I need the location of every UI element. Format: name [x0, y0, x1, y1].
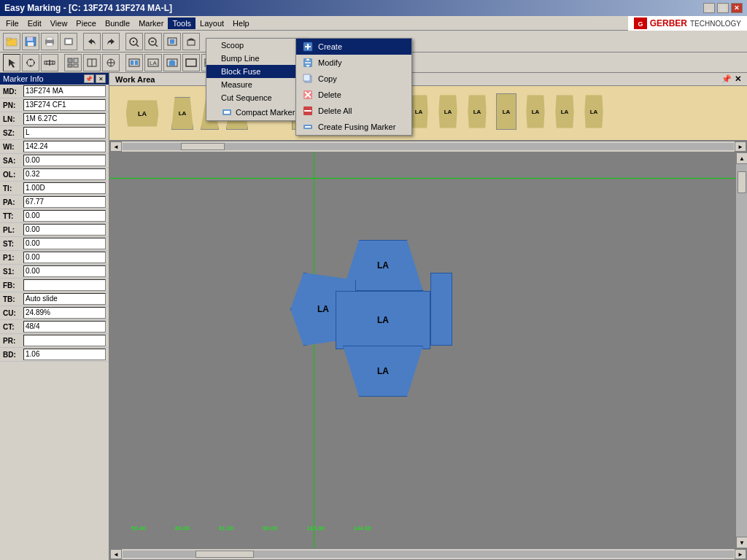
field-st: ST: 0.00 — [0, 237, 109, 251]
close-button[interactable]: ✕ — [731, 3, 743, 13]
submenu-copy-label: Copy — [318, 74, 337, 83]
submenu-modify-label: Modify — [318, 58, 341, 67]
field-sa: SA: 0.00 — [0, 154, 109, 168]
menu-bar: File Edit View Piece Bundle Marker Tools… — [0, 16, 747, 31]
svg-rect-72 — [305, 126, 311, 128]
svg-line-15 — [136, 44, 139, 47]
submenu-create[interactable]: Create — [296, 39, 411, 55]
field-ln: LN: 1M 6.27C — [0, 112, 109, 126]
measure-tool[interactable] — [41, 54, 58, 71]
svg-rect-20 — [170, 39, 174, 44]
svg-rect-9 — [47, 43, 53, 46]
canvas-scroll-thumb[interactable] — [196, 551, 254, 558]
menu-compact-marker[interactable]: Compact Marker — [206, 104, 307, 120]
svg-rect-3 — [7, 38, 11, 40]
pan-tool[interactable] — [22, 54, 39, 71]
view-icon-2[interactable] — [83, 54, 101, 71]
panel-close-button[interactable]: ✕ — [96, 74, 106, 83]
scroll-up-button[interactable]: ▲ — [736, 152, 747, 164]
work-area-controls: 📌 ✕ — [721, 74, 741, 84]
svg-text:G: G — [638, 20, 643, 28]
svg-rect-5 — [27, 37, 33, 41]
svg-line-18 — [155, 44, 158, 47]
submenu-delete-all[interactable]: Delete All — [296, 103, 411, 119]
menu-block-fuse[interactable]: Block Fuse ► — [206, 65, 307, 78]
menu-cut-sequence-label: Cut Sequence — [221, 93, 272, 102]
marker-view-1[interactable] — [125, 54, 143, 71]
menu-layout[interactable]: Layout — [196, 18, 228, 29]
menu-cut-sequence[interactable]: Cut Sequence ► — [206, 91, 307, 104]
menu-file[interactable]: File — [1, 18, 23, 29]
undo-button[interactable] — [83, 33, 101, 50]
copy-icon — [302, 73, 314, 85]
marker-view-3[interactable] — [163, 54, 181, 71]
view-icon-3[interactable] — [102, 54, 120, 71]
minimize-button[interactable]: _ — [703, 3, 715, 13]
field-ct: CT: 48/4 — [0, 320, 109, 334]
delete-icon — [302, 89, 314, 101]
submenu-copy[interactable]: Copy — [296, 71, 411, 87]
canvas-area[interactable]: LA LA LA LA 50.40 — [109, 152, 735, 548]
horizontal-guide-line — [109, 178, 735, 179]
svg-rect-48 — [186, 59, 196, 66]
field-pr: PR: — [0, 334, 109, 348]
open-button[interactable] — [3, 33, 20, 50]
menu-scoop[interactable]: Scoop ► — [206, 39, 307, 52]
menu-bundle[interactable]: Bundle — [101, 18, 134, 29]
submenu-create-fusing-marker[interactable]: Create Fusing Marker — [296, 119, 411, 135]
menu-measure[interactable]: Measure ► — [206, 78, 307, 91]
zoom-in-button[interactable] — [125, 33, 143, 50]
fit-button[interactable] — [163, 33, 181, 50]
select-tool[interactable] — [3, 54, 20, 71]
save-button[interactable] — [22, 33, 39, 50]
work-area-pin[interactable]: 📌 — [721, 74, 732, 84]
marker-view-4[interactable] — [182, 54, 200, 71]
marker-view-2[interactable]: LA — [144, 54, 162, 71]
fabric-scroll-right[interactable]: ► — [735, 141, 746, 152]
menu-view[interactable]: View — [46, 18, 72, 29]
submenu-delete-label: Delete — [318, 90, 341, 99]
print2-button[interactable] — [60, 33, 77, 50]
fabric-piece-12: LA — [496, 93, 516, 130]
vertical-scrollbar[interactable]: ▲ ▼ — [735, 152, 747, 548]
ruler-bottom: 50.40 60.00 61.00 90.00 110.00 144.00 — [109, 523, 735, 534]
svg-marker-22 — [9, 59, 15, 68]
fabric-scroll-left[interactable]: ◄ — [110, 141, 122, 152]
submenu-delete[interactable]: Delete — [296, 87, 411, 103]
svg-rect-56 — [224, 111, 230, 114]
fabric-h-scrollbar[interactable]: ◄ ► — [109, 141, 747, 152]
panel-pin-button[interactable]: 📌 — [84, 74, 94, 83]
canvas-scroll-right[interactable]: ► — [735, 549, 746, 559]
svg-text:LA: LA — [150, 60, 157, 66]
work-area-container: Work Area 📌 ✕ LA LA — [109, 73, 747, 560]
scroll-track-v[interactable] — [736, 164, 747, 537]
canvas-wrapper: LA LA LA LA 50.40 — [109, 152, 747, 548]
field-ol: OL: 0.32 — [0, 168, 109, 182]
menu-edit[interactable]: Edit — [23, 18, 46, 29]
svg-rect-6 — [28, 42, 34, 46]
menu-marker[interactable]: Marker — [134, 18, 168, 29]
print-button[interactable] — [41, 33, 58, 50]
menu-help[interactable]: Help — [228, 18, 254, 29]
fabric-scroll-track[interactable] — [123, 143, 734, 150]
svg-marker-47 — [169, 60, 175, 66]
menu-tools[interactable]: Tools — [168, 18, 196, 29]
rotate-button[interactable] — [182, 33, 200, 50]
menu-bump-line[interactable]: Bump Line ► — [206, 52, 307, 65]
view-icon-1[interactable] — [64, 54, 82, 71]
svg-rect-43 — [135, 61, 138, 65]
redo-button[interactable] — [102, 33, 120, 50]
zoom-out-button[interactable] — [144, 33, 162, 50]
canvas-scroll-track[interactable] — [123, 551, 734, 558]
scroll-thumb-v[interactable] — [738, 171, 746, 193]
fabric-piece-15: LA — [584, 93, 604, 130]
scroll-down-button[interactable]: ▼ — [736, 537, 747, 548]
canvas-scroll-left[interactable]: ◄ — [110, 549, 122, 559]
fabric-scroll-thumb[interactable] — [181, 143, 225, 150]
field-pn: PN: 13F274 CF1 — [0, 98, 109, 112]
maximize-button[interactable]: □ — [717, 3, 729, 13]
canvas-h-scrollbar[interactable]: ◄ ► — [109, 548, 747, 560]
menu-piece[interactable]: Piece — [71, 18, 101, 29]
submenu-modify[interactable]: Modify — [296, 55, 411, 71]
work-area-close[interactable]: ✕ — [735, 74, 741, 84]
